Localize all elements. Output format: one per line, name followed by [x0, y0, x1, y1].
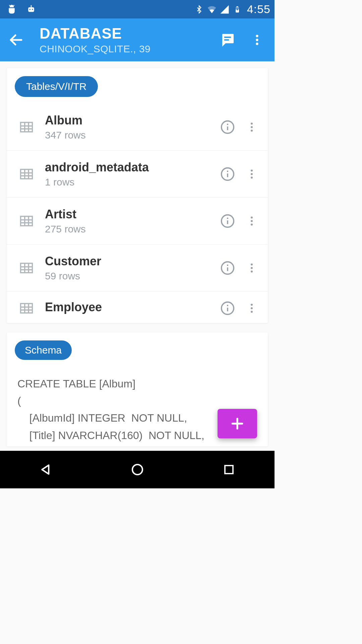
table-icon: [16, 261, 37, 275]
navigation-bar: [0, 451, 275, 488]
row-overflow-button[interactable]: [240, 168, 264, 180]
robot-icon: [26, 4, 36, 14]
svg-point-44: [251, 220, 253, 222]
table-rowcount: 59 rows: [45, 270, 216, 282]
svg-point-56: [251, 270, 253, 272]
row-overflow-button[interactable]: [240, 215, 264, 227]
svg-point-12: [256, 43, 258, 45]
nav-back-button[interactable]: [39, 462, 53, 477]
table-icon: [16, 167, 37, 181]
nav-recents-button[interactable]: [222, 462, 236, 477]
battery-charging-icon: [232, 4, 242, 14]
table-name: Customer: [45, 254, 216, 268]
cell-signal-icon: [220, 4, 230, 14]
svg-point-21: [251, 122, 253, 124]
table-row[interactable]: Customer 59 rows: [7, 245, 268, 291]
info-button[interactable]: [216, 301, 240, 316]
schema-chip[interactable]: Schema: [15, 340, 72, 360]
svg-point-34: [251, 176, 253, 178]
table-row[interactable]: Album 347 rows: [7, 104, 268, 151]
svg-point-10: [256, 35, 258, 37]
svg-rect-8: [224, 37, 231, 38]
info-button[interactable]: [216, 167, 240, 181]
fab-add-button[interactable]: [218, 409, 257, 438]
svg-rect-57: [21, 304, 33, 313]
nav-home-button[interactable]: [130, 462, 145, 477]
row-overflow-button[interactable]: [240, 302, 264, 314]
status-clock: 4:55: [247, 3, 270, 16]
table-icon: [16, 214, 37, 228]
table-icon: [16, 120, 37, 134]
row-overflow-button[interactable]: [240, 121, 264, 133]
overflow-menu-button[interactable]: [242, 33, 272, 47]
table-name: Employee: [45, 300, 216, 314]
svg-point-66: [251, 307, 253, 309]
svg-point-43: [251, 216, 253, 218]
info-button[interactable]: [216, 214, 240, 228]
svg-rect-46: [21, 263, 33, 273]
app-title: DATABASE: [40, 25, 213, 42]
status-bar: 4:55: [0, 0, 275, 18]
comment-button[interactable]: [213, 32, 242, 48]
back-button[interactable]: [3, 32, 29, 48]
svg-point-53: [227, 264, 228, 266]
svg-point-54: [251, 263, 253, 265]
content-area: Tables/V/I/TR Album 347 rows: [0, 61, 275, 451]
svg-point-32: [251, 169, 253, 171]
svg-point-70: [132, 465, 142, 475]
tables-chip[interactable]: Tables/V/I/TR: [15, 76, 98, 97]
svg-rect-71: [225, 466, 233, 474]
svg-point-23: [251, 129, 253, 131]
svg-rect-0: [28, 7, 34, 12]
table-row[interactable]: Employee: [7, 291, 268, 323]
row-overflow-button[interactable]: [240, 262, 264, 274]
table-rowcount: 275 rows: [45, 223, 216, 235]
table-row[interactable]: android_metadata 1 rows: [7, 151, 268, 198]
svg-point-42: [227, 217, 228, 219]
table-rowcount: 347 rows: [45, 129, 216, 141]
table-list[interactable]: Album 347 rows android_metadata 1 rows: [7, 104, 268, 323]
table-rowcount: 1 rows: [45, 176, 216, 188]
app-subtitle: CHINOOK_SQLITE., 39: [40, 43, 213, 55]
wifi-icon: [207, 4, 217, 14]
svg-point-2: [32, 9, 33, 10]
svg-point-45: [251, 223, 253, 225]
svg-rect-6: [236, 6, 238, 7]
bluetooth-icon: [194, 4, 204, 14]
table-row[interactable]: Artist 275 rows: [7, 198, 268, 245]
svg-point-1: [29, 9, 31, 10]
svg-point-20: [227, 123, 228, 125]
table-name: Album: [45, 113, 216, 127]
svg-rect-13: [21, 122, 33, 132]
table-name: android_metadata: [45, 160, 216, 174]
svg-point-67: [251, 311, 253, 313]
svg-point-33: [251, 173, 253, 175]
android-debug-icon: [7, 4, 17, 14]
svg-rect-35: [21, 216, 33, 226]
table-icon: [16, 301, 37, 315]
tables-card: Tables/V/I/TR Album 347 rows: [7, 68, 268, 323]
svg-point-11: [256, 39, 258, 41]
svg-point-55: [251, 267, 253, 269]
svg-rect-9: [224, 39, 229, 41]
svg-point-65: [251, 304, 253, 306]
info-button[interactable]: [216, 120, 240, 135]
svg-point-22: [251, 126, 253, 128]
svg-point-31: [227, 170, 228, 172]
app-bar: DATABASE CHINOOK_SQLITE., 39: [0, 18, 275, 61]
table-name: Artist: [45, 207, 216, 221]
svg-rect-24: [21, 169, 33, 179]
schema-card: Schema CREATE TABLE [Album] ( [AlbumId] …: [7, 332, 268, 446]
svg-point-64: [227, 305, 228, 306]
info-button[interactable]: [216, 261, 240, 275]
